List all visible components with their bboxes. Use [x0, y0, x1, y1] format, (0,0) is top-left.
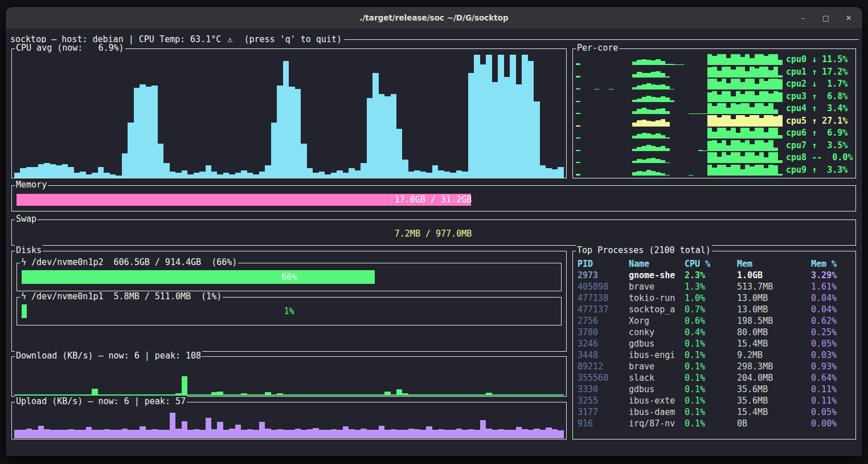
table-cell: 0.04%: [811, 304, 853, 315]
spark-bar: [432, 165, 438, 178]
spark-bar: [289, 394, 294, 396]
table-cell: 1.0GB: [737, 270, 811, 281]
spark-bar: [474, 55, 480, 178]
spark-bar: [595, 89, 599, 89]
spark-bar: [755, 165, 759, 176]
spark-bar: [14, 430, 20, 438]
spark-bar: [62, 164, 68, 178]
spark-bar: [576, 76, 580, 77]
spark-bar: [528, 430, 534, 438]
spark-bar: [199, 430, 205, 438]
spark-bar: [211, 172, 217, 178]
spark-bar: [759, 165, 764, 176]
spark-bar: [450, 173, 456, 178]
spark-bar: [722, 152, 726, 163]
spark-bar: [110, 394, 116, 396]
spark-bar: [546, 394, 551, 396]
table-cell: gnome-she: [629, 270, 685, 281]
table-cell: gdbus: [629, 338, 685, 349]
spark-bar: [632, 172, 637, 176]
spark-bar: [750, 91, 754, 102]
spark-bar: [707, 165, 712, 176]
spark-bar: [307, 394, 313, 396]
spark-bar: [20, 430, 26, 438]
spark-bar: [576, 162, 580, 163]
spark-bar: [492, 430, 498, 438]
spark-bar: [726, 108, 731, 114]
spark-bar: [722, 67, 726, 78]
table-cell: 3255: [578, 395, 629, 406]
spark-bar: [764, 81, 768, 90]
spark-bar: [414, 429, 420, 438]
spark-bar: [504, 430, 510, 438]
spark-bar: [283, 61, 289, 178]
spark-bar: [235, 425, 241, 438]
spark-bar: [32, 430, 38, 438]
spark-bar: [736, 133, 740, 139]
spark-bar: [546, 168, 551, 178]
spark-bar: [707, 79, 712, 89]
spark-bar: [661, 84, 665, 89]
table-cell: socktop_a: [629, 304, 685, 315]
spark-bar: [768, 140, 773, 151]
spark-bar: [187, 174, 193, 178]
spark-bar: [726, 67, 731, 78]
table-cell: ibus-daem: [629, 406, 685, 418]
spark-bar: [726, 155, 731, 163]
spark-bar: [372, 73, 378, 178]
window-titlebar[interactable]: ./target/release/soc ~/D/G/socktop – □ ✕: [6, 7, 862, 29]
swap-gauge-label-under: 7.2MB / 977.0MB: [17, 228, 850, 240]
disk0-subtitle-text: /dev/nvme0n1p2 606.5GB / 914.4GB (66%): [26, 257, 237, 267]
spark-bar: [712, 140, 716, 151]
spark-bar: [492, 394, 498, 396]
spark-bar: [438, 170, 444, 178]
spark-bar: [140, 394, 145, 396]
spark-bar: [295, 429, 301, 438]
table-cell: 15.4MB: [737, 338, 811, 349]
spark-bar: [86, 394, 92, 396]
spark-bar: [480, 420, 486, 438]
spark-bar: [707, 92, 712, 102]
spark-bar: [745, 117, 750, 126]
spark-bar: [773, 128, 778, 139]
spark-bar: [755, 84, 759, 89]
spark-bar: [712, 106, 716, 114]
spark-bar: [372, 394, 378, 396]
spark-bar: [651, 158, 656, 164]
column-header: Mem %: [811, 258, 853, 270]
spark-bar: [665, 86, 670, 89]
spark-bar: [116, 430, 121, 438]
spark-bar: [516, 84, 522, 178]
spark-bar: [235, 173, 241, 178]
spark-bar: [20, 168, 26, 178]
spark-bar: [661, 96, 665, 102]
table-cell: tokio-run: [629, 292, 685, 304]
spark-bar: [355, 394, 361, 396]
spark-bar: [379, 94, 384, 178]
spark-bar: [740, 103, 745, 114]
spark-bar: [20, 394, 26, 396]
spark-bar: [731, 140, 735, 151]
spark-bar: [750, 166, 754, 176]
spark-bar: [295, 89, 301, 178]
close-icon[interactable]: ✕: [844, 14, 853, 22]
spark-bar: [492, 82, 498, 178]
spark-bar: [632, 100, 637, 101]
terminal-content: socktop — host: debian | CPU Temp: 63.1°…: [6, 29, 862, 456]
maximize-icon[interactable]: □: [821, 14, 830, 22]
spark-bar: [661, 173, 665, 176]
spark-bar: [661, 135, 665, 139]
spark-bar: [438, 394, 444, 396]
spark-bar: [194, 394, 199, 396]
spark-bar: [534, 101, 539, 178]
spark-bar: [468, 429, 474, 438]
spark-bar: [712, 152, 716, 163]
core-row: cpu5 ↑ 27.1%: [576, 115, 853, 127]
spark-bar: [432, 394, 438, 396]
minimize-icon[interactable]: –: [799, 14, 808, 22]
spark-bar: [241, 170, 247, 178]
core-sparkline: [576, 140, 783, 151]
spark-bar: [656, 133, 660, 139]
table-row: 89212brave0.1%298.3MB0.93%: [578, 361, 853, 372]
spark-bar: [182, 170, 187, 178]
